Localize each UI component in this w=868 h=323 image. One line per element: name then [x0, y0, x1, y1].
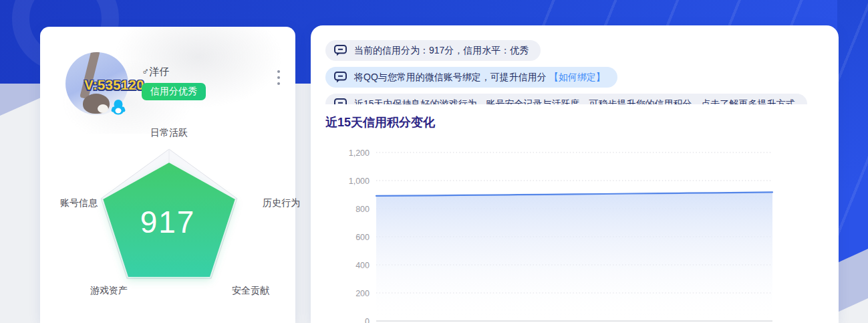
chat-bubble-icon	[334, 45, 347, 56]
message-pill: 将QQ与您常用的微信账号绑定，可提升信用分【如何绑定】	[325, 67, 617, 88]
username: ♂洋仔	[142, 66, 169, 78]
y-axis-tick-label: 600	[355, 233, 370, 242]
kebab-menu-button[interactable]	[275, 68, 283, 88]
profile-card: V:535120 ♂洋仔 信用分优秀 日常活跃 历史行为 安全贡献 游戏资产 账…	[40, 27, 295, 323]
y-axis-tick-label: 1,200	[349, 148, 370, 158]
y-axis-tick-label: 400	[355, 261, 370, 270]
y-axis-tick-label: 1,000	[349, 177, 370, 186]
message-list: 当前的信用分为：917分，信用水平：优秀 将QQ与您常用的微信账号绑定，可提升信…	[325, 40, 825, 104]
header-right-extension	[837, 0, 868, 266]
message-text: 当前的信用分为：917分，信用水平：优秀	[354, 45, 529, 57]
credit-detail-card: 当前的信用分为：917分，信用水平：优秀 将QQ与您常用的微信账号绑定，可提升信…	[311, 25, 839, 323]
avatar-art	[83, 94, 110, 114]
credit-score-value: 917	[40, 204, 295, 240]
qq-penguin-icon	[111, 99, 126, 115]
credit-level-badge: 信用分优秀	[142, 83, 206, 100]
decorative-wedge-left	[0, 84, 40, 116]
message-text: 近15天内保持良好的游戏行为、账号安全记录与活跃度，可稳步提升您的信用积分，点击…	[354, 98, 795, 105]
message-pill: 当前的信用分为：917分，信用水平：优秀	[325, 40, 541, 61]
message-pill-clipped: 近15天内保持良好的游戏行为、账号安全记录与活跃度，可稳步提升您的信用积分，点击…	[325, 94, 807, 104]
y-axis-tick-label: 0	[365, 317, 370, 323]
message-text: 将QQ与您常用的微信账号绑定，可提升信用分【如何绑定】	[354, 72, 605, 84]
chat-bubble-icon	[334, 98, 347, 104]
decorative-wave-streaks	[837, 0, 868, 266]
how-to-bind-link[interactable]: 【如何绑定】	[549, 72, 605, 82]
message-text: 将QQ与您常用的微信账号绑定，可提升信用分	[354, 72, 547, 82]
chat-bubble-icon	[334, 72, 347, 83]
credit-score-line-chart: 02004006008001,0001,200	[311, 126, 839, 323]
y-axis-tick-label: 200	[355, 289, 370, 298]
y-axis-tick-label: 800	[355, 205, 370, 214]
